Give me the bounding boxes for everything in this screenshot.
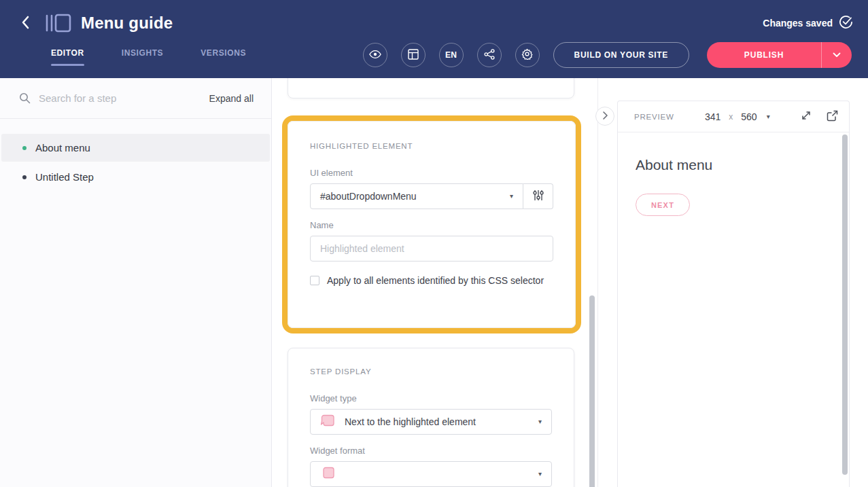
ui-element-select[interactable]: #aboutDropdownMenu ▾ — [310, 183, 523, 209]
widget-type-select[interactable]: Next to the highlighted element ▾ — [310, 409, 552, 435]
widget-type-value: Next to the highlighted element — [345, 416, 529, 427]
active-step-bullet-icon — [22, 146, 27, 150]
ui-element-label: UI element — [310, 168, 553, 178]
editor-scrollbar[interactable] — [589, 295, 595, 487]
widget-type-label: Widget type — [310, 393, 552, 403]
apply-all-checkbox[interactable] — [310, 276, 319, 285]
chevron-down-icon: ▾ — [538, 471, 542, 477]
page-title: Menu guide — [81, 14, 173, 33]
step-bullet-icon — [22, 175, 27, 179]
step-item-about-menu[interactable]: About menu — [1, 134, 270, 162]
open-external-button[interactable] — [827, 110, 838, 124]
tooltip-icon — [320, 414, 335, 431]
publish-label: PUBLISH — [707, 50, 821, 60]
app-window: Menu guide Changes saved EDITOR INSIGHTS… — [0, 0, 868, 487]
tab-editor[interactable]: EDITOR — [51, 44, 84, 66]
element-name-input[interactable] — [310, 236, 553, 261]
status-badge: Changes saved — [763, 15, 853, 31]
selector-advanced-settings-button[interactable] — [523, 183, 553, 209]
step-search-row: Expand all — [0, 78, 271, 119]
logo-icon — [45, 12, 72, 34]
name-label: Name — [310, 220, 553, 230]
gear-icon — [521, 48, 533, 62]
top-header: Menu guide Changes saved EDITOR INSIGHTS… — [0, 0, 868, 78]
section-title: HIGHLIGHTED ELEMENT — [310, 142, 553, 150]
collapse-preview-button[interactable] — [595, 107, 614, 126]
publish-dropdown-button[interactable] — [822, 52, 852, 58]
back-icon — [20, 16, 31, 31]
editor-column: HIGHLIGHTED ELEMENT UI element #aboutDro… — [272, 78, 598, 487]
step-item-untitled-step[interactable]: Untitled Step — [1, 163, 270, 191]
chevron-right-icon — [603, 111, 608, 122]
tooltip-icon — [320, 466, 335, 483]
build-on-your-site-button[interactable]: BUILD ON YOUR SITE — [553, 42, 689, 68]
publish-button[interactable]: PUBLISH — [707, 42, 852, 68]
step-label: About menu — [35, 142, 90, 154]
preview-panel: PREVIEW 341 x 560 ▾ — [617, 101, 850, 487]
external-link-icon — [827, 110, 838, 124]
preview-dimensions-select[interactable]: 341 x 560 ▾ — [674, 111, 801, 122]
tab-versions[interactable]: VERSIONS — [201, 44, 246, 66]
share-icon — [484, 49, 495, 62]
expand-icon — [801, 110, 812, 123]
dimension-separator: x — [729, 112, 733, 122]
sliders-icon — [533, 190, 544, 203]
chevron-down-icon: ▾ — [767, 113, 770, 120]
search-icon — [19, 92, 31, 104]
step-label: Untitled Step — [35, 171, 94, 183]
preview-title: PREVIEW — [634, 113, 674, 121]
preview-canvas: About menu NEXT — [618, 132, 849, 216]
preview-width: 341 — [705, 111, 721, 122]
chevron-down-icon: ▾ — [538, 418, 542, 425]
preview-eye-button[interactable] — [363, 43, 387, 67]
language-button[interactable]: EN — [439, 43, 464, 67]
preview-header: PREVIEW 341 x 560 ▾ — [618, 101, 849, 132]
step-display-card: STEP DISPLAY Widget type Next to the hig… — [288, 348, 574, 487]
step-search-input[interactable] — [39, 92, 209, 104]
preview-step-heading: About menu — [636, 157, 831, 173]
ui-element-select-value: #aboutDropdownMenu — [320, 191, 510, 202]
steps-sidebar: Expand all About menu Untitled Step — [0, 78, 272, 487]
step-list: About menu Untitled Step — [0, 119, 271, 191]
share-button[interactable] — [477, 43, 502, 67]
previous-settings-card — [288, 78, 574, 98]
expand-all-link[interactable]: Expand all — [209, 93, 254, 104]
widget-format-select[interactable]: ▾ — [310, 461, 552, 487]
chevron-down-icon: ▾ — [510, 193, 513, 200]
back-button[interactable] — [16, 14, 35, 33]
check-circle-icon — [839, 15, 853, 31]
preview-next-button[interactable]: NEXT — [636, 194, 690, 216]
highlight-ring: HIGHLIGHTED ELEMENT UI element #aboutDro… — [282, 115, 581, 333]
preview-height: 560 — [741, 111, 757, 122]
status-label: Changes saved — [763, 18, 833, 29]
widget-format-label: Widget format — [310, 446, 552, 456]
language-label: EN — [445, 50, 457, 60]
preview-scrollbar[interactable] — [842, 134, 848, 475]
layout-button[interactable] — [401, 43, 426, 67]
editor-tabs: EDITOR INSIGHTS VERSIONS — [51, 44, 246, 66]
tab-insights[interactable]: INSIGHTS — [122, 44, 163, 66]
highlighted-element-card: HIGHLIGHTED ELEMENT UI element #aboutDro… — [288, 121, 576, 328]
section-title: STEP DISPLAY — [310, 367, 552, 376]
settings-button[interactable] — [515, 43, 540, 67]
apply-all-checkbox-label: Apply to all elements identified by this… — [327, 275, 544, 286]
layout-icon — [408, 49, 419, 62]
expand-preview-button[interactable] — [801, 110, 812, 123]
eye-icon — [369, 50, 381, 61]
